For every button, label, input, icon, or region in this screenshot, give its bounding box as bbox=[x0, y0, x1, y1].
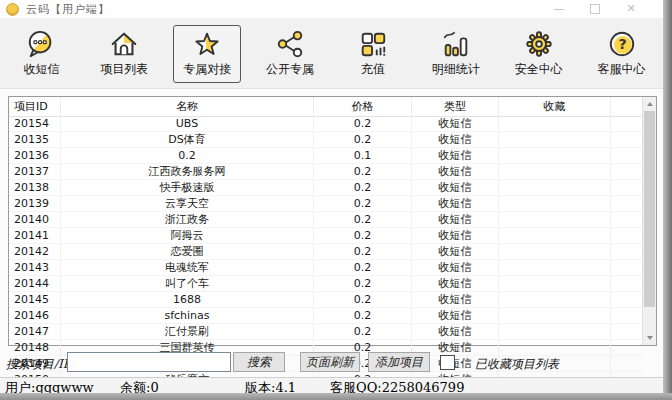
cell-filler bbox=[611, 276, 643, 291]
cell-name: 云享天空 bbox=[61, 196, 314, 211]
cell-fav bbox=[499, 164, 611, 179]
cell-name: sfchinas bbox=[61, 308, 314, 323]
titlebar: 云码【用户端】 — ✕ bbox=[0, 0, 663, 18]
share-icon bbox=[275, 29, 305, 59]
search-button[interactable]: 搜索 bbox=[233, 352, 285, 372]
scrollbar-thumb[interactable] bbox=[644, 111, 655, 307]
cell-type: 收短信 bbox=[412, 228, 499, 243]
cell-type: 收短信 bbox=[412, 324, 499, 339]
toolbar: 收短信 项目列表 专属对接 公开专属 充值 明细统计 安全中心 ?客服中心 bbox=[0, 18, 663, 89]
cell-id: 20141 bbox=[9, 228, 61, 243]
close-button[interactable]: ✕ bbox=[613, 0, 649, 18]
cell-filler bbox=[611, 260, 643, 275]
cell-id: 20145 bbox=[9, 292, 61, 307]
cell-type: 收短信 bbox=[412, 212, 499, 227]
maximize-button[interactable] bbox=[577, 0, 613, 18]
table-row[interactable]: 20146sfchinas0.2收短信 bbox=[9, 308, 643, 324]
column-header[interactable]: 价格 bbox=[314, 97, 412, 116]
table-row[interactable]: 20144叫了个车0.2收短信 bbox=[9, 276, 643, 292]
column-header[interactable]: 类型 bbox=[412, 97, 499, 116]
cell-id: 20144 bbox=[9, 276, 61, 291]
cell-price: 0.2 bbox=[314, 324, 412, 339]
table-row[interactable]: 20138快手极速版0.2收短信 bbox=[9, 180, 643, 196]
search-label: 搜索项目/ID: bbox=[6, 356, 76, 373]
column-header[interactable]: 项目ID bbox=[9, 97, 61, 116]
cell-type: 收短信 bbox=[412, 292, 499, 307]
window-bottom-edge bbox=[0, 393, 672, 400]
sms-icon bbox=[26, 29, 56, 59]
column-header[interactable]: 名称 bbox=[61, 97, 314, 116]
table-scrollbar[interactable] bbox=[642, 97, 656, 345]
window-title: 云码【用户端】 bbox=[26, 2, 110, 17]
toolbar-item-home[interactable]: 项目列表 bbox=[83, 18, 166, 88]
cell-type: 收短信 bbox=[412, 180, 499, 195]
cell-type: 收短信 bbox=[412, 260, 499, 275]
toolbar-item-question[interactable]: ?客服中心 bbox=[580, 18, 663, 88]
cell-type: 收短信 bbox=[412, 308, 499, 323]
question-icon: ? bbox=[607, 29, 637, 59]
cell-price: 0.2 bbox=[314, 244, 412, 259]
cell-price: 0.2 bbox=[314, 116, 412, 131]
cell-id: 20139 bbox=[9, 196, 61, 211]
home-icon bbox=[109, 29, 139, 59]
column-header-filler bbox=[611, 97, 643, 116]
toolbar-item-star[interactable]: 专属对接 bbox=[166, 18, 249, 88]
table-row[interactable]: 20147汇付景刷0.2收短信 bbox=[9, 324, 643, 340]
column-header[interactable]: 收藏 bbox=[499, 97, 611, 116]
table-row[interactable]: 20135DS体育0.2收短信 bbox=[9, 132, 643, 148]
toolbar-item-label: 项目列表 bbox=[100, 61, 148, 78]
cell-price: 0.2 bbox=[314, 276, 412, 291]
projects-table: 项目ID名称价格类型收藏 20154UBS0.2收短信20135DS体育0.2收… bbox=[8, 96, 657, 346]
table-row[interactable]: 20142恋爱圈0.2收短信 bbox=[9, 244, 643, 260]
cell-id: 20146 bbox=[9, 308, 61, 323]
cell-name: 恋爱圈 bbox=[61, 244, 314, 259]
table-row[interactable]: 2014516880.2收短信 bbox=[9, 292, 643, 308]
cell-id: 20140 bbox=[9, 212, 61, 227]
cell-type: 收短信 bbox=[412, 148, 499, 163]
cell-fav bbox=[499, 276, 611, 291]
toolbar-item-gear[interactable]: 安全中心 bbox=[497, 18, 580, 88]
toolbar-item-label: 明细统计 bbox=[432, 61, 480, 78]
cell-type: 收短信 bbox=[412, 244, 499, 259]
cell-price: 0.2 bbox=[314, 260, 412, 275]
recharge-grid-icon bbox=[358, 29, 388, 59]
cell-name: 0.2 bbox=[61, 148, 314, 163]
add-project-button[interactable]: 添加项目 bbox=[368, 352, 430, 372]
cell-name: 江西政务服务网 bbox=[61, 164, 314, 179]
cell-type: 收短信 bbox=[412, 132, 499, 147]
page-refresh-button[interactable]: 页面刷新 bbox=[300, 352, 360, 372]
cell-fav bbox=[499, 228, 611, 243]
statusbar: 用户:qqqwww 余额:0 版本:4.1 客服QQ:2258046799 bbox=[0, 377, 663, 394]
table-row[interactable]: 20154UBS0.2收短信 bbox=[9, 116, 643, 132]
table-row[interactable]: 20139云享天空0.2收短信 bbox=[9, 196, 643, 212]
scroll-up-button[interactable] bbox=[643, 97, 656, 111]
toolbar-item-stats-chart[interactable]: 明细统计 bbox=[414, 18, 497, 88]
toolbar-item-share[interactable]: 公开专属 bbox=[249, 18, 332, 88]
search-input[interactable] bbox=[67, 352, 231, 372]
cell-filler bbox=[611, 116, 643, 131]
cell-price: 0.2 bbox=[314, 132, 412, 147]
cell-id: 20147 bbox=[9, 324, 61, 339]
toolbar-item-recharge-grid[interactable]: 充值 bbox=[332, 18, 415, 88]
minimize-button[interactable]: — bbox=[541, 0, 577, 18]
cell-name: DS体育 bbox=[61, 132, 314, 147]
cell-fav bbox=[499, 212, 611, 227]
cell-price: 0.2 bbox=[314, 308, 412, 323]
table-row[interactable]: 201360.20.1收短信 bbox=[9, 148, 643, 164]
toolbar-item-sms[interactable]: 收短信 bbox=[0, 18, 83, 88]
toolbar-item-label: 公开专属 bbox=[266, 61, 314, 78]
cell-price: 0.2 bbox=[314, 228, 412, 243]
toolbar-item-label: 充值 bbox=[361, 61, 385, 78]
scroll-down-button[interactable] bbox=[643, 331, 656, 345]
table-row[interactable]: 20141阿拇云0.2收短信 bbox=[9, 228, 643, 244]
cell-name: 阿拇云 bbox=[61, 228, 314, 243]
toolbar-item-label: 收短信 bbox=[23, 61, 59, 78]
table-row[interactable]: 20143电魂统军0.2收短信 bbox=[9, 260, 643, 276]
favorites-checkbox[interactable] bbox=[440, 355, 455, 370]
cell-type: 收短信 bbox=[412, 276, 499, 291]
table-row[interactable]: 20140浙江政务0.2收短信 bbox=[9, 212, 643, 228]
cell-filler bbox=[611, 164, 643, 179]
cell-price: 0.2 bbox=[314, 292, 412, 307]
table-row[interactable]: 20137江西政务服务网0.2收短信 bbox=[9, 164, 643, 180]
cell-id: 20143 bbox=[9, 260, 61, 275]
